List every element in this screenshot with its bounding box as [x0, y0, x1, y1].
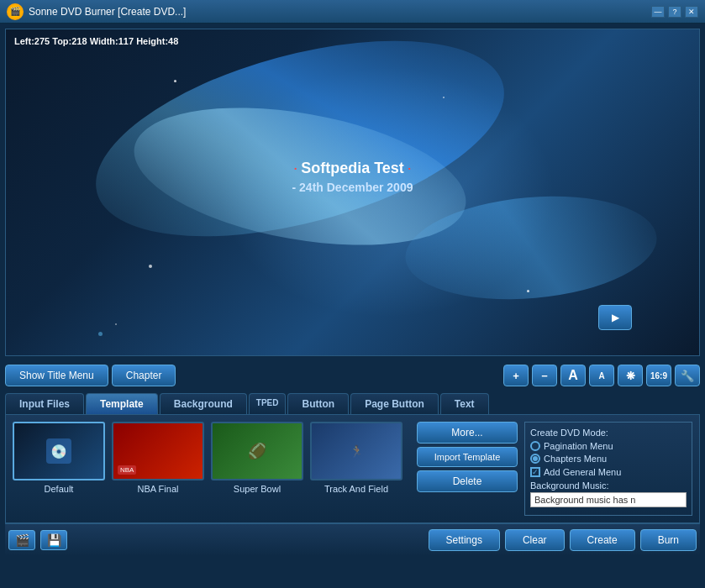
- tab-page-button[interactable]: Page Button: [350, 393, 439, 414]
- template-label-track: Track And Field: [324, 484, 388, 494]
- tab-tped[interactable]: TPED: [249, 393, 287, 414]
- aspect-ratio-button[interactable]: 16:9: [646, 365, 671, 386]
- template-label-bowl: Super Bowl: [234, 484, 281, 494]
- template-thumb-track: 🏃: [310, 422, 402, 480]
- pagination-menu-radio[interactable]: Pagination Menu: [530, 441, 687, 451]
- tab-background[interactable]: Background: [160, 393, 247, 414]
- app-title: Sonne DVD Burner [Create DVD...]: [29, 6, 651, 18]
- template-thumb-default: 💿: [13, 422, 105, 480]
- add-general-menu-checkbox[interactable]: Add General Menu: [530, 467, 687, 477]
- main-window: Left:275 Top:218 Width:117 Height:48 • S…: [0, 24, 705, 588]
- swirl-effect-1: [76, 29, 525, 274]
- import-template-button[interactable]: Import Template: [417, 447, 518, 467]
- right-panel-buttons: More... Import Template Delete: [417, 422, 518, 516]
- tab-template[interactable]: Template: [86, 393, 158, 414]
- preview-area: Left:275 Top:218 Width:117 Height:48 • S…: [5, 29, 700, 356]
- app-icon: 🎬: [7, 3, 24, 20]
- burn-button[interactable]: Burn: [640, 529, 697, 551]
- bottom-bar: 🎬 💾 Settings Clear Create Burn: [5, 523, 700, 556]
- chapters-menu-radio[interactable]: Chapters Menu: [530, 454, 687, 464]
- window-controls: — ? ✕: [651, 6, 698, 18]
- star-decoration: [149, 265, 152, 268]
- swirl-effect-3: [401, 186, 660, 309]
- template-label-default: Default: [45, 484, 74, 494]
- template-item-bowl[interactable]: 🏈 Super Bowl: [211, 422, 303, 516]
- close-button[interactable]: ✕: [685, 6, 698, 18]
- tab-input-files[interactable]: Input Files: [5, 393, 84, 414]
- template-grid: 💿 Default NBA NBA Final 🏈 Super Bowl: [13, 422, 410, 516]
- chapter-button[interactable]: Chapter: [112, 365, 176, 386]
- font-small-button[interactable]: A: [589, 365, 614, 386]
- track-icon: 🏃: [350, 444, 364, 458]
- preview-title-main: • Softpedia Test •: [292, 159, 413, 176]
- dvd-mode-title: Create DVD Mode:: [530, 428, 687, 438]
- minimize-button[interactable]: —: [651, 6, 665, 18]
- bg-music-input[interactable]: [530, 492, 687, 507]
- coordinates-label: Left:275 Top:218 Width:117 Height:48: [14, 36, 178, 46]
- template-item-default[interactable]: 💿 Default: [13, 422, 105, 516]
- tab-text[interactable]: Text: [440, 393, 489, 414]
- tab-bar: Input Files Template Background TPED But…: [5, 393, 700, 414]
- star-decoration: [443, 97, 445, 98]
- general-menu-checkbox-box: [530, 467, 540, 477]
- title-dot-right: •: [408, 165, 411, 172]
- template-item-nba[interactable]: NBA NBA Final: [112, 422, 204, 516]
- preview-title-sub: - 24th December 2009: [292, 180, 413, 193]
- template-label-nba: NBA Final: [138, 484, 179, 494]
- bg-music-label: Background Music:: [530, 480, 687, 491]
- preview-title: • Softpedia Test • - 24th December 2009: [292, 159, 413, 193]
- general-menu-label: Add General Menu: [544, 467, 621, 477]
- star-decoration: [115, 323, 117, 325]
- template-item-track[interactable]: 🏃 Track And Field: [310, 422, 402, 516]
- title-bar: 🎬 Sonne DVD Burner [Create DVD...] — ? ✕: [0, 0, 705, 24]
- show-title-menu-button[interactable]: Show Title Menu: [5, 365, 108, 386]
- chapters-menu-label: Chapters Menu: [544, 454, 607, 464]
- effect-button[interactable]: ❋: [618, 365, 643, 386]
- default-icon: 💿: [46, 438, 71, 464]
- chapters-radio-dot: [530, 454, 540, 464]
- star-decoration: [174, 80, 176, 82]
- star-decoration: [98, 332, 103, 336]
- tab-button[interactable]: Button: [287, 393, 349, 414]
- nba-overlay: NBA: [118, 465, 136, 475]
- output-icon-button[interactable]: 💾: [40, 530, 67, 550]
- pagination-menu-label: Pagination Menu: [544, 441, 613, 451]
- template-thumb-nba: NBA: [112, 422, 204, 480]
- clear-button[interactable]: Clear: [505, 529, 565, 551]
- star-decoration: [527, 290, 529, 292]
- content-area: 💿 Default NBA NBA Final 🏈 Super Bowl: [5, 414, 700, 523]
- more-button[interactable]: More...: [417, 422, 518, 444]
- help-button[interactable]: ?: [668, 6, 681, 18]
- pagination-radio-dot: [530, 441, 540, 451]
- toolbar: Show Title Menu Chapter + − A A ❋ 16:9 🔧: [5, 361, 700, 390]
- create-button[interactable]: Create: [570, 529, 635, 551]
- settings-icon-button[interactable]: 🔧: [675, 365, 700, 386]
- media-icon-button[interactable]: 🎬: [8, 530, 35, 550]
- font-large-button[interactable]: A: [560, 365, 586, 386]
- remove-button[interactable]: −: [532, 365, 557, 386]
- play-button[interactable]: [598, 305, 632, 330]
- delete-button[interactable]: Delete: [417, 470, 518, 492]
- bowl-icon: 🏈: [248, 442, 266, 460]
- settings-button[interactable]: Settings: [429, 529, 500, 551]
- dvd-mode-panel: Create DVD Mode: Pagination Menu Chapter…: [524, 422, 692, 516]
- template-thumb-bowl: 🏈: [211, 422, 303, 480]
- add-button[interactable]: +: [503, 365, 529, 386]
- title-dot-left: •: [294, 165, 297, 172]
